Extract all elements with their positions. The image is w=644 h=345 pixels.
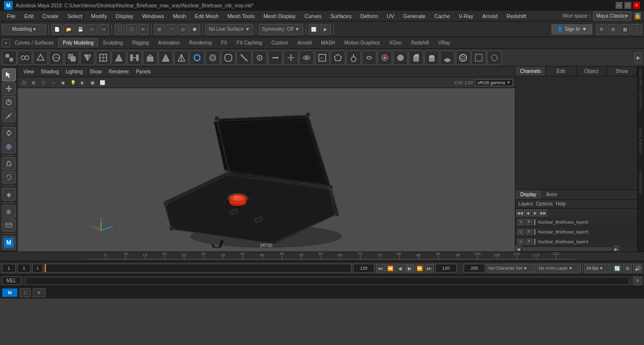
menu-edit[interactable]: Edit <box>21 12 38 20</box>
layer5-p-button[interactable]: P <box>526 229 533 235</box>
color-profile-dropdown[interactable]: sRGB gamma ▼ <box>475 79 513 86</box>
vp-tb-camera[interactable]: 🎥 <box>20 78 28 87</box>
render-button[interactable]: ▶ <box>320 24 331 35</box>
shelf-icon-create-poly[interactable] <box>331 50 345 65</box>
display-settings-button[interactable]: ⊞ <box>608 24 619 35</box>
render-region-button[interactable]: ⬜ <box>309 24 319 35</box>
scale-tool-button[interactable] <box>2 110 16 122</box>
snap-curve-button[interactable]: 〰 <box>166 24 177 35</box>
tab-channels[interactable]: Channels <box>515 67 546 76</box>
symmetry-dropdown[interactable]: Symmetry: Off ▼ <box>259 24 303 35</box>
character-set-dropdown[interactable]: No Character Set ▼ <box>487 264 535 273</box>
lasso-button[interactable] <box>2 171 16 184</box>
menu-deform[interactable]: Deform <box>356 12 382 20</box>
lock-icon[interactable]: 🔒 <box>634 13 641 20</box>
menu-surfaces[interactable]: Surfaces <box>327 12 355 20</box>
vp-menu-lighting[interactable]: Lighting <box>63 68 86 75</box>
paint-select-button[interactable]: ✏ <box>138 24 149 35</box>
shelf-tab-animation[interactable]: Animation <box>154 38 184 47</box>
step-back-button[interactable]: ⏪ <box>386 264 395 273</box>
vp-tb-wireframe[interactable]: ⬡ <box>39 78 48 87</box>
menu-mesh-display[interactable]: Mesh Display <box>260 12 300 20</box>
shelf-icon-bevel[interactable] <box>221 50 236 65</box>
shelf-tab-rigging[interactable]: Rigging <box>128 38 153 47</box>
rotate-tool-button[interactable] <box>2 96 16 109</box>
open-scene-button[interactable]: 📂 <box>63 24 74 35</box>
maya-logo-button[interactable]: M <box>2 236 16 250</box>
menu-redshift[interactable]: Redshift <box>503 12 530 20</box>
shelf-icon-separate[interactable] <box>18 50 32 65</box>
vp-tb-shadows[interactable]: ◐ <box>78 78 87 87</box>
layer-nav-prev[interactable]: ◀ <box>524 209 531 216</box>
shelf-icon-fill[interactable] <box>111 50 126 65</box>
menu-mesh[interactable]: Mesh <box>169 12 190 20</box>
shelf-icon-plane[interactable] <box>440 50 455 65</box>
shelf-tab-poly[interactable]: Poly Modeling <box>58 38 98 47</box>
layer5-v-button[interactable]: V <box>517 229 524 235</box>
close-button[interactable]: ✕ <box>633 2 640 9</box>
playback-end-field[interactable] <box>353 264 375 273</box>
tab-edit[interactable]: Edit <box>546 67 576 76</box>
layer-scrollbar[interactable]: ◀ ▶ <box>515 247 637 252</box>
modeling-dropdown[interactable]: Modeling ▾ <box>2 24 46 35</box>
menu-display[interactable]: Display <box>112 12 137 20</box>
anim-layer-dropdown[interactable]: No Anim Layer ▼ <box>537 264 581 273</box>
audio-button[interactable]: 🔊 <box>633 264 642 273</box>
menu-select[interactable]: Select <box>64 12 87 20</box>
go-end-button[interactable]: ⏭ <box>425 264 434 273</box>
shelf-scroll-right[interactable]: ▶ <box>634 52 642 63</box>
layer4-p-button[interactable]: P <box>526 239 533 245</box>
loop-button[interactable]: 🔄 <box>613 264 622 273</box>
tab-anim[interactable]: Anim <box>541 190 562 199</box>
options-button[interactable]: ⋮ <box>631 24 642 35</box>
frame-field-2[interactable] <box>17 264 31 273</box>
shelf-tab-arnold[interactable]: Arnold <box>293 38 316 47</box>
snap-grid-button[interactable]: ⊞ <box>154 24 165 35</box>
shelf-icon-transform[interactable] <box>284 50 298 65</box>
settings-button[interactable]: ⚙ <box>596 24 607 35</box>
shelf-tab-rendering[interactable]: Rendering <box>185 38 216 47</box>
shelf-icon-poke[interactable] <box>174 50 189 65</box>
layer4-name[interactable]: Nuclear_Briefcase_layer4 <box>538 239 635 244</box>
layer6-name[interactable]: Nuclear_Briefcase_layer6 <box>538 220 635 225</box>
shelf-icon-booleans[interactable] <box>65 50 79 65</box>
frame-field-1[interactable] <box>2 264 16 273</box>
new-scene-button[interactable]: 📄 <box>51 24 62 35</box>
tab-object[interactable]: Object <box>577 67 607 76</box>
shelf-icon-extrude[interactable] <box>143 50 157 65</box>
tab-show[interactable]: Show <box>607 67 637 76</box>
restore-button[interactable]: □ <box>624 2 631 9</box>
move-tool-button[interactable] <box>2 82 16 95</box>
taskbar-close-button[interactable]: ✕ <box>33 288 45 297</box>
layout-button[interactable]: ▦ <box>620 24 630 35</box>
anim-end-field-2[interactable] <box>464 264 485 273</box>
show-manipulator-button[interactable]: ⊕ <box>2 205 16 218</box>
menu-file[interactable]: File <box>3 12 20 20</box>
snap-together-button[interactable]: ◈ <box>2 188 16 201</box>
vp-tb-smooth[interactable]: ○ <box>49 78 58 87</box>
tab-display[interactable]: Display <box>515 190 541 199</box>
shelf-icon-misc1[interactable] <box>471 50 486 65</box>
layer-nav-prev-prev[interactable]: ◀◀ <box>516 209 523 216</box>
shelf-tab-sculpting[interactable]: Sculpting <box>98 38 127 47</box>
shelf-tab-redshift[interactable]: Redshift <box>407 38 434 47</box>
paint-effects-button[interactable] <box>2 157 16 170</box>
lasso-tool-button[interactable]: ⬡ <box>126 24 137 35</box>
snap-point-button[interactable]: ◎ <box>178 24 188 35</box>
shelf-icon-edge-loop[interactable] <box>190 50 204 65</box>
layer4-v-button[interactable]: V <box>517 239 524 245</box>
shelf-tab-custom[interactable]: Custom <box>267 38 292 47</box>
shelf-tab-fx-caching[interactable]: FX Caching <box>232 38 266 47</box>
shelf-icon-append-poly[interactable]: + <box>315 50 330 65</box>
shelf-icon-torus[interactable] <box>456 50 470 65</box>
fps-dropdown[interactable]: 24 fps ▼ <box>584 264 611 273</box>
shelf-tab-curves[interactable]: Curves / Surfaces <box>10 38 58 47</box>
vp-tb-hardware[interactable]: ◉ <box>59 78 67 87</box>
taskbar-minimize-button[interactable]: □ <box>20 288 31 297</box>
play-forward-button[interactable]: ▶ <box>405 264 414 273</box>
frame-toggle[interactable]: 1 <box>32 264 43 273</box>
snap-surface-button[interactable]: ⬟ <box>189 24 200 35</box>
shelf-icon-paint-vtx[interactable] <box>378 50 392 65</box>
taskbar-maya-button[interactable]: M <box>2 288 18 297</box>
timeline-options-button[interactable]: ⚙ <box>623 264 632 273</box>
